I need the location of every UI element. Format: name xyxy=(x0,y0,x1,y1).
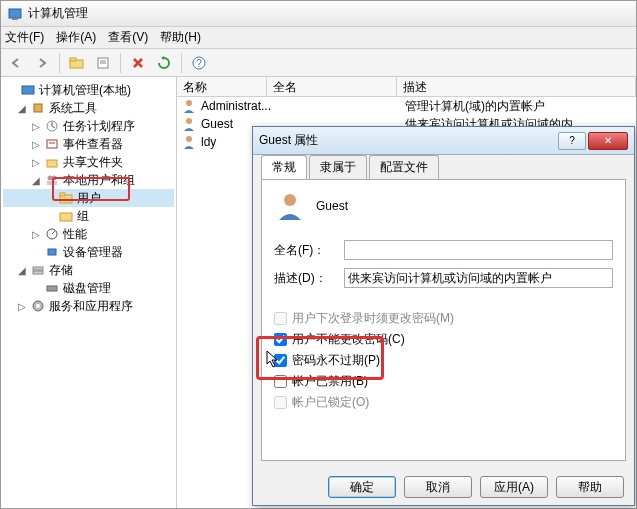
list-row[interactable]: Administrat... 管理计算机(域)的内置帐户 xyxy=(177,97,636,115)
username-label: Guest xyxy=(316,199,348,213)
tree-perf[interactable]: ▷性能 xyxy=(3,225,174,243)
chk-mustchange xyxy=(274,312,287,325)
desc-field[interactable] xyxy=(344,268,613,288)
window-title: 计算机管理 xyxy=(28,5,88,22)
user-icon xyxy=(181,116,197,132)
dlg-help-button[interactable]: 帮助 xyxy=(556,476,624,498)
svg-rect-1 xyxy=(12,18,18,20)
svg-rect-25 xyxy=(47,286,57,291)
fullname-field[interactable] xyxy=(344,240,613,260)
user-icon xyxy=(181,98,197,114)
tree-devmgr[interactable]: 设备管理器 xyxy=(3,243,174,261)
svg-rect-14 xyxy=(47,160,57,167)
tab-general[interactable]: 常规 xyxy=(261,155,307,179)
list-header: 名称 全名 描述 xyxy=(177,77,636,97)
tree-localusers[interactable]: ◢本地用户和组 xyxy=(3,171,174,189)
titlebar: 计算机管理 xyxy=(1,1,636,27)
svg-rect-12 xyxy=(47,140,57,148)
tree-diskmgmt[interactable]: 磁盘管理 xyxy=(3,279,174,297)
tree-root[interactable]: 计算机管理(本地) xyxy=(3,81,174,99)
desc-label: 描述(D)： xyxy=(274,270,344,287)
chk-locked xyxy=(274,396,287,409)
svg-point-30 xyxy=(186,136,192,142)
tabstrip: 常规 隶属于 配置文件 xyxy=(253,155,634,179)
tree-shared[interactable]: ▷共享文件夹 xyxy=(3,153,174,171)
svg-point-28 xyxy=(186,100,192,106)
tree-groups[interactable]: 组 xyxy=(3,207,174,225)
chk-mustchange-row: 用户下次登录时须更改密码(M) xyxy=(274,310,613,327)
menu-view[interactable]: 查看(V) xyxy=(108,29,148,46)
tree-scheduler[interactable]: ▷任务计划程序 xyxy=(3,117,174,135)
nav-back-button[interactable] xyxy=(5,52,27,74)
app-icon xyxy=(7,6,23,22)
tree-panel: 计算机管理(本地) ◢系统工具 ▷任务计划程序 ▷事件查看器 ▷共享文件夹 ◢本… xyxy=(1,77,177,508)
svg-rect-17 xyxy=(47,181,57,185)
refresh-icon[interactable] xyxy=(153,52,175,74)
svg-rect-20 xyxy=(60,213,72,221)
tree-systools[interactable]: ◢系统工具 xyxy=(3,99,174,117)
properties-icon[interactable] xyxy=(92,52,114,74)
chk-neverexpire-row: 密码永不过期(P) xyxy=(274,352,613,369)
menu-help[interactable]: 帮助(H) xyxy=(160,29,201,46)
menubar: 文件(F) 操作(A) 查看(V) 帮助(H) xyxy=(1,27,636,49)
toolbar-sep xyxy=(120,53,121,73)
tree-eventviewer[interactable]: ▷事件查看器 xyxy=(3,135,174,153)
svg-rect-10 xyxy=(34,104,42,112)
chk-cannotchange-row: 用户不能更改密码(C) xyxy=(274,331,613,348)
help-icon[interactable]: ? xyxy=(188,52,210,74)
tab-panel: Guest 全名(F)： 描述(D)： 用户下次登录时须更改密码(M) 用户不能… xyxy=(261,179,626,461)
dialog-title: Guest 属性 xyxy=(259,132,558,149)
svg-text:?: ? xyxy=(196,58,202,69)
ok-button[interactable]: 确定 xyxy=(328,476,396,498)
user-icon xyxy=(181,134,197,150)
toolbar-sep xyxy=(59,53,60,73)
chk-disabled-row: 帐户已禁用(B) xyxy=(274,373,613,390)
cancel-button[interactable]: 取消 xyxy=(404,476,472,498)
svg-point-31 xyxy=(284,194,296,206)
menu-file[interactable]: 文件(F) xyxy=(5,29,44,46)
svg-rect-0 xyxy=(9,9,21,18)
help-button[interactable]: ? xyxy=(558,132,586,150)
menu-action[interactable]: 操作(A) xyxy=(56,29,96,46)
svg-rect-23 xyxy=(33,267,43,270)
close-button[interactable]: ✕ xyxy=(588,132,628,150)
chk-neverexpire[interactable] xyxy=(274,354,287,367)
svg-rect-24 xyxy=(33,271,43,274)
svg-rect-3 xyxy=(70,58,76,61)
tree-users[interactable]: 用户 xyxy=(3,189,174,207)
tree-storage[interactable]: ◢存储 xyxy=(3,261,174,279)
user-large-icon xyxy=(274,190,306,222)
svg-rect-19 xyxy=(60,193,65,196)
svg-point-27 xyxy=(36,304,40,308)
apply-button[interactable]: 应用(A) xyxy=(480,476,548,498)
nav-fwd-button[interactable] xyxy=(31,52,53,74)
delete-icon[interactable] xyxy=(127,52,149,74)
svg-point-16 xyxy=(52,176,57,181)
new-folder-icon[interactable] xyxy=(66,52,88,74)
toolbar: ? xyxy=(1,49,636,77)
tab-memberof[interactable]: 隶属于 xyxy=(309,155,367,179)
chk-cannotchange[interactable] xyxy=(274,333,287,346)
svg-point-29 xyxy=(186,118,192,124)
properties-dialog: Guest 属性 ? ✕ 常规 隶属于 配置文件 Guest 全名(F)： 描述… xyxy=(252,126,635,506)
svg-rect-9 xyxy=(22,86,34,94)
chk-locked-row: 帐户已锁定(O) xyxy=(274,394,613,411)
svg-rect-22 xyxy=(48,249,56,255)
tree-services[interactable]: ▷服务和应用程序 xyxy=(3,297,174,315)
col-fullname[interactable]: 全名 xyxy=(267,77,397,96)
col-name[interactable]: 名称 xyxy=(177,77,267,96)
tab-profile[interactable]: 配置文件 xyxy=(369,155,439,179)
col-desc[interactable]: 描述 xyxy=(397,77,636,96)
dialog-titlebar: Guest 属性 ? ✕ xyxy=(253,127,634,155)
fullname-label: 全名(F)： xyxy=(274,242,344,259)
dialog-buttons: 确定 取消 应用(A) 帮助 xyxy=(253,469,634,505)
chk-disabled[interactable] xyxy=(274,375,287,388)
toolbar-sep xyxy=(181,53,182,73)
